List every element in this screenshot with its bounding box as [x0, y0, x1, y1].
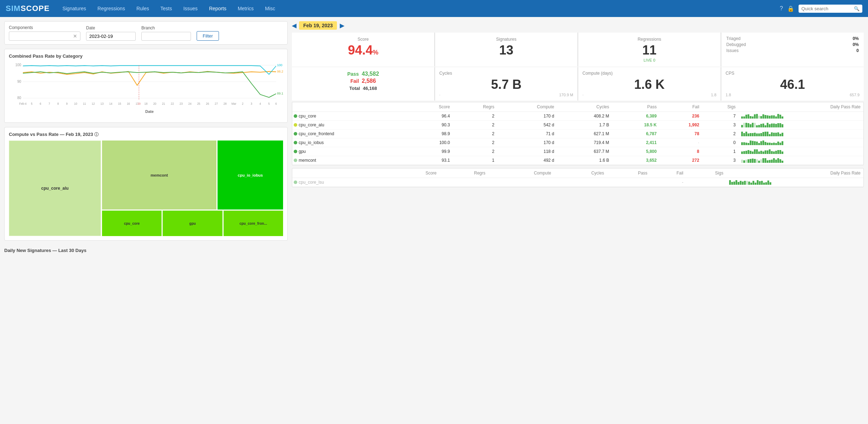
branch-label: Branch	[141, 25, 191, 30]
row-score: 93.1	[409, 156, 453, 165]
row-pass: 5,800	[612, 147, 659, 156]
table-row[interactable]: cpu_core_alu 90.3 2 542 d 1.7 B 18.5 K 1…	[292, 120, 863, 129]
chart-area: 100 90 80 100 98.2 89.1 Fe	[9, 62, 283, 118]
compute-card: Compute (days) 1.6 K · 1.8	[578, 67, 721, 101]
status-dot	[294, 114, 297, 118]
date-next-arrow[interactable]: ▶	[340, 22, 344, 29]
chart-svg: 100 90 80 100 98.2 89.1 Fe	[9, 62, 283, 118]
nav-metrics[interactable]: Metrics	[232, 0, 259, 17]
pass-value: 43,582	[362, 71, 379, 77]
treemap-section: Compute vs Pass Rate — Feb 19, 2023 ⓘ cp…	[4, 127, 288, 241]
row-name: memcont	[292, 156, 409, 165]
svg-text:26: 26	[206, 102, 209, 105]
table-row[interactable]: cpu_core_lsu -	[292, 178, 863, 187]
row-regrs: 2	[453, 120, 497, 129]
svg-text:6: 6	[275, 102, 277, 105]
col-pass: Pass	[612, 102, 659, 112]
row-compute: 492 d	[497, 156, 557, 165]
components-input[interactable]	[12, 34, 72, 39]
svg-text:11: 11	[83, 102, 86, 105]
treemap-gpu[interactable]: gpu	[163, 211, 222, 236]
table-row[interactable]: gpu 99.9 2 118 d 637.7 M 5,800 8 1	[292, 147, 863, 156]
treemap-cpu-core-frontend[interactable]: cpu_core_fron...	[224, 211, 283, 236]
svg-text:27: 27	[215, 102, 218, 105]
triage-issues-value: 0	[856, 48, 859, 53]
row-pass: 6,787	[612, 129, 659, 138]
lock-icon[interactable]: 🔒	[787, 5, 794, 12]
row-daily-pass-rate	[738, 138, 863, 147]
treemap-cpu-io-iobus[interactable]: cpu_io_iobus	[218, 141, 283, 210]
date-input[interactable]	[89, 34, 133, 39]
components-filter: Components ✕	[9, 25, 80, 41]
date-nav: ◀ Feb 19, 2023 ▶	[292, 21, 864, 30]
svg-text:3: 3	[250, 102, 252, 105]
svg-text:4: 4	[259, 102, 261, 105]
row-score: 90.3	[409, 120, 453, 129]
table-row[interactable]: cpu_core_frontend 98.9 2 71 d 627.1 M 6,…	[292, 129, 863, 138]
components-clear-icon[interactable]: ✕	[73, 33, 77, 39]
svg-text:13: 13	[101, 102, 104, 105]
row-regrs: 2	[453, 111, 497, 120]
compute-sub: · 1.8	[582, 93, 716, 97]
row-fail: 8	[659, 147, 702, 156]
filter-button[interactable]: Filter	[197, 31, 219, 41]
date-badge: Feb 19, 2023	[299, 21, 337, 30]
svg-text:22: 22	[171, 102, 174, 105]
status-dot	[294, 123, 297, 127]
date-prev-arrow[interactable]: ◀	[292, 22, 296, 29]
col-fail: Fail	[659, 102, 702, 112]
col2-cycles: Cycles	[554, 168, 607, 178]
signatures-label: Signatures	[439, 37, 573, 42]
search-input[interactable]	[801, 6, 852, 11]
col-sigs: Sigs	[702, 102, 739, 112]
row-score: 99.9	[409, 147, 453, 156]
compute-value: 1.6 K	[582, 77, 716, 92]
navbar: SIMSCOPE Signatures Regressions Rules Te…	[0, 0, 868, 17]
col-daily-pass-rate: Daily Pass Rate	[738, 102, 863, 112]
treemap-memcont[interactable]: memcont	[102, 141, 216, 210]
row-compute: 170 d	[497, 138, 557, 147]
svg-text:19: 19	[137, 102, 141, 105]
row-regrs: 1	[453, 156, 497, 165]
cycles-sub: · 170.9 M	[439, 93, 573, 97]
pass-label: Pass	[347, 71, 359, 77]
row-compute: 71 d	[497, 129, 557, 138]
col2-regrs: Regrs	[439, 168, 488, 178]
daily-sigs-title: Daily New Signatures — Last 30 Days	[4, 245, 288, 254]
nav-tests[interactable]: Tests	[155, 0, 178, 17]
nav-reports[interactable]: Reports	[203, 0, 232, 17]
triage-issues-row: Issues 0	[726, 48, 859, 53]
help-icon[interactable]: ?	[780, 5, 783, 12]
treemap-title: Compute vs Pass Rate — Feb 19, 2023 ⓘ	[9, 132, 283, 138]
nav-signatures[interactable]: Signatures	[57, 0, 92, 17]
col2-pass: Pass	[607, 168, 650, 178]
table-row[interactable]: cpu_io_iobus 100.0 2 170 d 719.4 M 2,411…	[292, 138, 863, 147]
svg-text:28: 28	[224, 102, 227, 105]
nav-regressions[interactable]: Regressions	[92, 0, 131, 17]
col2-fail: Fail	[650, 168, 686, 178]
table-row[interactable]: cpu_core 96.4 2 170 d 408.2 M 6,389 236 …	[292, 111, 863, 120]
svg-text:25: 25	[197, 102, 200, 105]
row-daily-pass-rate	[738, 111, 863, 120]
nav-misc[interactable]: Misc	[259, 0, 281, 17]
row-compute: 118 d	[497, 147, 557, 156]
col2-score: Score	[391, 168, 439, 178]
row-fail: 78	[659, 129, 702, 138]
triage-debugged-row: Debugged 0%	[726, 42, 859, 47]
score-value: 94.4%	[296, 43, 430, 57]
treemap-cpu-core[interactable]: cpu_core	[102, 211, 162, 236]
cps-label: CPS	[726, 71, 859, 76]
row-fail: -	[650, 178, 686, 187]
row-fail: 272	[659, 156, 702, 165]
nav-rules[interactable]: Rules	[131, 0, 155, 17]
row-regrs: 2	[453, 147, 497, 156]
treemap-help-icon[interactable]: ⓘ	[94, 132, 98, 137]
main-table-header: Score Regrs Compute Cycles Pass Fail Sig…	[292, 102, 863, 112]
app-logo: SIMSCOPE	[6, 4, 50, 13]
branch-input-wrapper	[141, 32, 191, 41]
nav-issues[interactable]: Issues	[177, 0, 203, 17]
treemap-cpu-core-alu[interactable]: cpu_core_alu	[9, 141, 101, 236]
table-row[interactable]: memcont 93.1 1 492 d 1.6 B 3,652 272 3	[292, 156, 863, 165]
row-score	[391, 178, 439, 187]
branch-input[interactable]	[145, 34, 188, 39]
